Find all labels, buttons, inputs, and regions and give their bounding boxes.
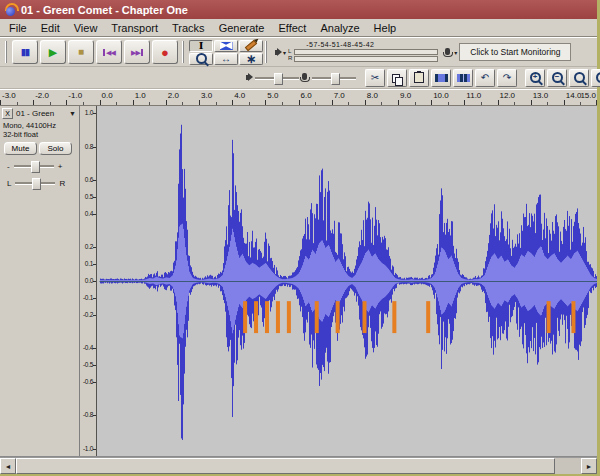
solo-button[interactable]: Solo — [39, 142, 72, 155]
fit-selection-button[interactable] — [569, 69, 589, 87]
copy-icon — [392, 74, 400, 83]
menu-analyze[interactable]: Analyze — [313, 21, 366, 35]
scroll-right-button[interactable]: ► — [581, 458, 597, 474]
timeline-tick — [149, 102, 150, 105]
output-volume-slider[interactable] — [255, 72, 299, 84]
draw-tool-button[interactable] — [239, 40, 263, 52]
zoom-out-button[interactable]: − — [547, 69, 567, 87]
mute-button[interactable]: Mute — [4, 142, 37, 155]
gain-slider-thumb[interactable] — [31, 161, 40, 173]
menu-tracks[interactable]: Tracks — [165, 21, 212, 35]
ruler-label: 0.6 — [85, 176, 93, 184]
track-info-format: 32-bit float — [0, 130, 79, 139]
silence-selection-button[interactable] — [453, 69, 473, 87]
toolbar-grip[interactable] — [265, 41, 268, 63]
timeline-label: 2.0 — [168, 91, 179, 100]
gain-minus-label: - — [7, 162, 10, 171]
skip-to-end-icon: ▶▶ — [131, 49, 143, 56]
ruler-label: 0.4 — [85, 210, 93, 218]
time-shift-tool-button[interactable]: ↔ — [214, 53, 238, 65]
menu-help[interactable]: Help — [367, 21, 404, 35]
zoom-toolbar: +− — [524, 69, 568, 87]
ruler-label: 0.0 — [85, 277, 93, 285]
timeline-tick — [580, 102, 581, 105]
zoom-in-button[interactable]: + — [525, 69, 545, 87]
timeline-tick — [547, 102, 548, 105]
magnifier-icon: − — [552, 72, 563, 83]
ruler-tick — [93, 449, 96, 450]
zoom-tool-button[interactable] — [189, 53, 213, 65]
menu-edit[interactable]: Edit — [34, 21, 67, 35]
record-button[interactable]: ● — [152, 40, 178, 64]
copy-button[interactable] — [387, 69, 407, 87]
pan-slider-thumb[interactable] — [32, 178, 41, 190]
ruler-tick — [93, 147, 96, 148]
timeline-label: 5.0 — [267, 91, 278, 100]
output-device-selector[interactable]: ▾ — [275, 49, 286, 56]
menu-file[interactable]: File — [2, 21, 34, 35]
toolbar-row-2: ✂↶↷ +− — [0, 67, 597, 89]
pan-slider[interactable]: L R — [0, 172, 79, 189]
tools-toolbar: I↔∗ — [188, 40, 262, 65]
track-header: X 01 - Green ▼ — [0, 106, 79, 121]
multi-tool-button[interactable]: ∗ — [239, 53, 263, 65]
menu-effect[interactable]: Effect — [272, 21, 314, 35]
ruler-label: 1.0 — [85, 109, 93, 117]
envelope-tool-button[interactable] — [214, 40, 238, 52]
menu-generate[interactable]: Generate — [212, 21, 272, 35]
timeline-label: 1.0 — [135, 91, 146, 100]
fit-project-button[interactable] — [591, 69, 600, 87]
input-volume-thumb[interactable] — [331, 73, 340, 85]
waveform-area — [97, 106, 597, 456]
timeline-label: 7.0 — [334, 91, 345, 100]
timeline-ruler[interactable]: -3.0-2.0-1.00.01.02.03.04.05.06.07.08.09… — [0, 89, 597, 106]
output-volume-thumb[interactable] — [274, 73, 283, 85]
menu-transport[interactable]: Transport — [104, 21, 165, 35]
gain-slider[interactable]: - + — [0, 155, 79, 172]
ruler-tick — [93, 214, 96, 215]
title-bar[interactable]: 01 - Green Comet - Chapter One — [0, 0, 597, 19]
track-title: 01 - Green — [16, 109, 54, 118]
horizontal-scrollbar[interactable]: ◄ ► — [0, 457, 597, 474]
edit-toolbar: ✂↶↷ — [364, 69, 518, 87]
ruler-tick — [93, 348, 96, 349]
skip-to-end-button[interactable]: ▶▶ — [124, 40, 150, 64]
timeline-tick — [199, 100, 200, 105]
timeline-tick — [83, 102, 84, 105]
timeline-tick — [265, 100, 266, 105]
track-title-dropdown[interactable]: 01 - Green ▼ — [15, 109, 77, 118]
cut-button[interactable]: ✂ — [365, 69, 385, 87]
ruler-label: -0.2 — [83, 311, 93, 319]
vertical-ruler[interactable]: 1.00.80.60.50.40.20.10.0-0.1-0.2-0.4-0.5… — [80, 106, 97, 456]
scrollbar-thumb[interactable] — [16, 458, 555, 474]
input-volume-slider[interactable] — [312, 72, 356, 84]
output-meter-bars[interactable]: -57-54-51-48-45-42 — [294, 41, 440, 63]
menu-view[interactable]: View — [67, 21, 105, 35]
paste-button[interactable] — [409, 69, 429, 87]
stop-button[interactable]: ■ — [68, 40, 94, 64]
input-device-selector[interactable]: ▾ — [444, 48, 457, 57]
waveform-canvas[interactable] — [97, 106, 597, 456]
scroll-left-button[interactable]: ◄ — [0, 458, 16, 474]
input-meter[interactable]: ▾ Click to Start Monitoring — [442, 43, 571, 61]
timeline-tick — [100, 100, 101, 105]
toolbar-grip[interactable] — [182, 41, 185, 63]
redo-button[interactable]: ↷ — [497, 69, 517, 87]
track-close-button[interactable]: X — [2, 108, 13, 119]
monitoring-prompt[interactable]: Click to Start Monitoring — [459, 43, 571, 61]
play-button[interactable]: ▶ — [40, 40, 66, 64]
trim-outside-selection-button[interactable] — [431, 69, 451, 87]
scrollbar-trough[interactable] — [16, 458, 581, 474]
undo-button[interactable]: ↶ — [475, 69, 495, 87]
selection-tool-button[interactable]: I — [189, 40, 213, 52]
ruler-label: 0.5 — [85, 193, 93, 201]
microphone-icon — [302, 73, 307, 80]
ruler-tick — [93, 298, 96, 299]
skip-to-start-button[interactable]: ◀◀ — [96, 40, 122, 64]
time-shift-tool-icon: ↔ — [221, 54, 231, 64]
pause-button[interactable]: ▮▮ — [12, 40, 38, 64]
timeline-label: 11.0 — [466, 91, 481, 100]
toolbar-grip[interactable] — [5, 41, 8, 63]
magnifier-icon — [196, 53, 207, 64]
output-meter[interactable]: ▾ L R -57-54-51-48-45-42 — [273, 41, 440, 63]
